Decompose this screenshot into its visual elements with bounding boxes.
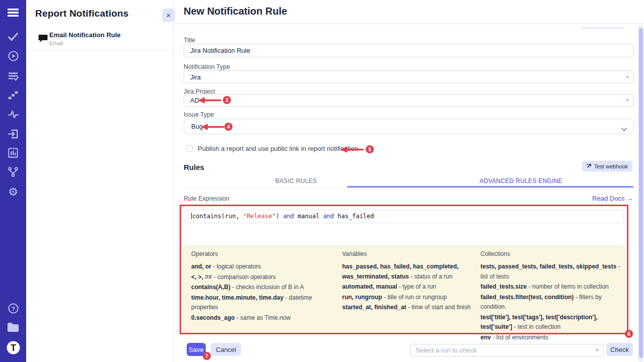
app-logo-icon[interactable]: T — [0, 341, 26, 354]
issue-type-select[interactable]: Bug — [184, 119, 634, 134]
dropdown-arrow-icon: ▼ — [625, 75, 629, 79]
run-to-check-select[interactable]: Select a run to check ▼ — [410, 344, 604, 356]
help-item: automated, manual - type of a run — [342, 282, 480, 292]
activity-icon[interactable] — [0, 109, 26, 120]
gear-icon[interactable]: ⚙ — [0, 186, 26, 199]
app-sidebar: ⚙ ? T — [0, 0, 26, 362]
help-item: and, or - logical operators — [191, 262, 334, 272]
check-button[interactable]: Check — [606, 343, 633, 356]
folder-icon[interactable] — [0, 322, 26, 332]
annotation-badge-4: 4 — [224, 123, 232, 131]
help-circle-icon[interactable]: ? — [0, 303, 26, 314]
branch-icon[interactable] — [0, 166, 26, 177]
chevron-down-icon — [621, 125, 627, 133]
list-item-title: Email Notification Rule — [49, 31, 121, 39]
publish-report-label: Publish a report and use public link in … — [198, 145, 358, 152]
svg-text:?: ? — [11, 306, 15, 312]
tabs-divider — [184, 188, 633, 188]
annotation-arrow-3 — [198, 97, 221, 104]
help-item: run, rungroup - title of run or rungroup — [342, 293, 480, 303]
rule-expression-label: Rule Expression — [184, 195, 229, 202]
annotation-rectangle-6: contains(run, "Release") and manual and … — [180, 205, 628, 334]
scrollbar-thumb[interactable] — [639, 28, 643, 358]
help-item: tests, passed_tests, failed_tests, skipp… — [480, 262, 622, 282]
help-item: env - list of environments — [480, 333, 622, 343]
help-item: 0.seconds_ago - same as Time.now — [191, 313, 334, 323]
help-item: <, >, == - comparison operators — [191, 273, 334, 283]
notification-rule-list-item[interactable]: Email Notification Rule Email — [26, 28, 173, 51]
publish-report-checkbox[interactable] — [186, 145, 193, 152]
help-item: started_at, finished_at - time of start … — [342, 303, 480, 313]
active-tab-underline — [347, 186, 633, 188]
read-docs-link[interactable]: Read Docs → — [592, 195, 633, 202]
annotation-badge-5: 5 — [366, 145, 374, 153]
svg-text:T: T — [11, 343, 16, 353]
panel-title: Report Notifications — [35, 8, 129, 19]
help-column-collections: Collections tests, passed_tests, failed_… — [480, 250, 622, 343]
annotation-arrow-4 — [201, 123, 224, 131]
rules-heading: Rules — [184, 163, 204, 171]
title-label: Title — [184, 37, 195, 44]
new-notification-rule-form: New Notification Rule ✕ Read Docs → Titl… — [174, 0, 644, 362]
help-item: failed_tests.filter(test, condition) - f… — [480, 293, 622, 312]
list-item-subtitle: Email — [49, 40, 63, 46]
annotation-arrow-5 — [341, 146, 364, 153]
help-item: failed_tests.size - number of items in c… — [480, 282, 622, 292]
menu-icon[interactable] — [0, 8, 26, 18]
rule-expression-editor[interactable]: contains(run, "Release") and manual and … — [185, 210, 624, 223]
issue-type-label: Issue Type — [184, 111, 214, 118]
help-item: has_passed, has_failed, has_completed, w… — [342, 262, 480, 282]
steps-icon[interactable] — [0, 89, 26, 101]
help-column-variables: Variables has_passed, has_failed, has_co… — [342, 250, 480, 313]
title-input[interactable] — [184, 44, 634, 57]
jira-project-select[interactable]: AD ▼ — [184, 94, 634, 107]
webhook-icon — [587, 163, 592, 169]
expression-help-panel: Operators and, or - logical operators <,… — [182, 245, 626, 333]
annotation-badge-6: 6 — [625, 330, 633, 338]
publish-report-row: Publish a report and use public link in … — [186, 145, 358, 152]
check-icon[interactable] — [0, 31, 26, 42]
bar-chart-icon[interactable] — [0, 147, 26, 158]
help-item: time.hour, time.minute, time.day - datet… — [191, 293, 334, 313]
play-circle-icon[interactable] — [0, 50, 26, 62]
panel-close-button[interactable]: ✕ — [162, 9, 175, 22]
cancel-button[interactable]: Cancel — [211, 343, 241, 356]
page-title: New Notification Rule — [184, 6, 287, 17]
annotation-badge-3: 3 — [223, 96, 231, 104]
help-item: test['title'], test['tags'], test['descr… — [480, 313, 622, 332]
notification-type-label: Notification Type — [184, 63, 230, 70]
report-notifications-panel: Report Notifications ✕ Email Notificatio… — [26, 0, 174, 362]
dropdown-arrow-icon: ▼ — [595, 348, 599, 352]
chat-bubble-icon — [38, 34, 48, 45]
sign-in-icon[interactable] — [0, 128, 26, 140]
dropdown-arrow-icon: ▼ — [625, 98, 629, 103]
help-item: contains(A,B) - checks inclusion of B in… — [191, 283, 334, 293]
annotation-badge-7: 7 — [203, 352, 211, 360]
form-header: New Notification Rule — [174, 0, 644, 24]
notification-type-select[interactable]: Jira ▼ — [184, 70, 634, 83]
help-column-operators: Operators and, or - logical operators <,… — [191, 250, 334, 323]
test-webhook-button[interactable]: Test webhook — [582, 161, 632, 171]
text-cursor — [191, 213, 192, 219]
list-check-icon[interactable] — [0, 70, 26, 82]
